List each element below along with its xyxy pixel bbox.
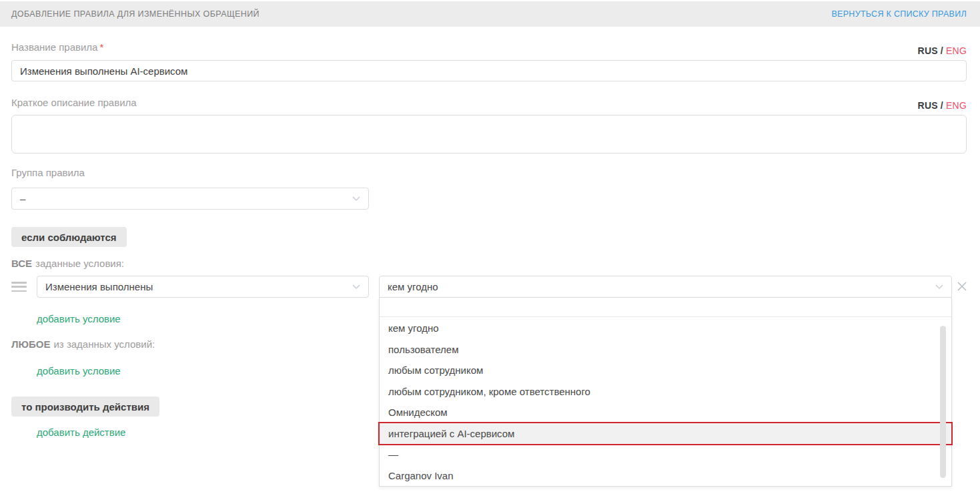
- condition-value-dropdown: кем угоднопользователемлюбым сотрудником…: [379, 298, 952, 487]
- dropdown-option[interactable]: Омнидеском: [380, 402, 951, 423]
- add-action-link[interactable]: добавить действие: [37, 427, 125, 438]
- condition-field-select[interactable]: Изменения выполнены: [37, 276, 369, 298]
- dropdown-option[interactable]: любым сотрудником: [380, 360, 951, 381]
- dropdown-option[interactable]: кем угодно: [380, 318, 951, 339]
- dropdown-option[interactable]: Carganov Ivan: [380, 465, 951, 487]
- chevron-down-icon: [935, 284, 943, 290]
- dropdown-option[interactable]: интеграцией с AI-сервисом: [380, 423, 951, 445]
- condition-value-select[interactable]: кем угодно: [379, 276, 952, 298]
- dropdown-options-list: кем угоднопользователемлюбым сотрудником…: [380, 318, 951, 486]
- any-conditions-label: ЛЮБОЕиз заданных условий:: [11, 338, 155, 350]
- rule-name-input[interactable]: [11, 60, 967, 81]
- add-condition-link-any[interactable]: добавить условие: [37, 365, 121, 377]
- dropdown-option[interactable]: —: [380, 444, 951, 465]
- lang-rus-button[interactable]: RUS: [918, 100, 938, 111]
- drag-handle-icon[interactable]: [11, 282, 27, 292]
- lang-rus-button[interactable]: RUS: [918, 45, 938, 56]
- lang-toggle-description: RUS / ENG: [918, 100, 967, 111]
- dropdown-option[interactable]: любым сотрудником, кроме ответственного: [380, 381, 951, 403]
- all-conditions-label: ВСЕзаданные условия:: [11, 258, 124, 269]
- dropdown-scrollbar[interactable]: [940, 326, 946, 478]
- back-to-rules-link[interactable]: ВЕРНУТЬСЯ К СПИСКУ ПРАВИЛ: [831, 9, 967, 19]
- lang-toggle-name: RUS / ENG: [918, 45, 967, 56]
- if-conditions-badge: если соблюдаются: [11, 227, 127, 247]
- rule-description-textarea[interactable]: [11, 115, 967, 154]
- page-header-bar: ДОБАВЛЕНИЕ ПРАВИЛА ДЛЯ ИЗМЕНЁННЫХ ОБРАЩЕ…: [0, 1, 980, 27]
- rule-group-select[interactable]: –: [11, 188, 369, 210]
- chevron-down-icon: [352, 196, 360, 202]
- then-actions-badge: то производить действия: [11, 397, 159, 417]
- condition-field-value: Изменения выполнены: [45, 281, 153, 292]
- dropdown-search-input[interactable]: [380, 298, 951, 317]
- rule-description-label: Краткое описание правила: [11, 97, 137, 108]
- dropdown-option[interactable]: пользователем: [380, 339, 951, 360]
- required-asterisk: *: [99, 41, 103, 53]
- rule-editor-page: ДОБАВЛЕНИЕ ПРАВИЛА ДЛЯ ИЗМЕНЁННЫХ ОБРАЩЕ…: [0, 0, 980, 498]
- rule-name-label: Название правила*: [11, 41, 103, 53]
- chevron-down-icon: [352, 284, 360, 290]
- page-title: ДОБАВЛЕНИЕ ПРАВИЛА ДЛЯ ИЗМЕНЁННЫХ ОБРАЩЕ…: [11, 9, 260, 19]
- lang-eng-button[interactable]: ENG: [946, 100, 967, 111]
- add-condition-link-all[interactable]: добавить условие: [37, 313, 121, 324]
- lang-eng-button[interactable]: ENG: [946, 45, 967, 56]
- remove-condition-icon[interactable]: [956, 280, 968, 292]
- rule-group-value: –: [20, 193, 25, 204]
- condition-value: кем угодно: [388, 281, 438, 292]
- rule-group-label: Группа правила: [11, 167, 85, 178]
- lang-separator: /: [938, 45, 946, 56]
- lang-separator: /: [938, 100, 946, 111]
